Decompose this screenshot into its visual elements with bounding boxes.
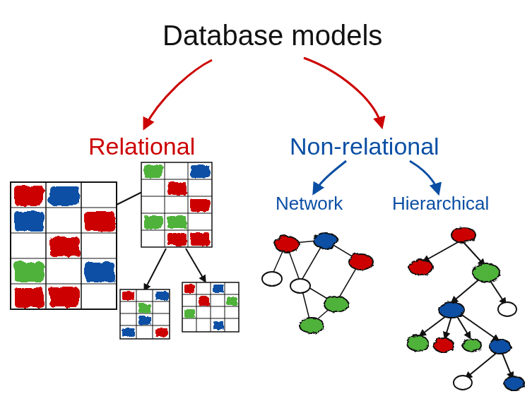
relational-tiny-table-1 bbox=[120, 289, 170, 339]
branch-hierarchical: Hierarchical bbox=[392, 193, 489, 215]
svg-point-58 bbox=[348, 253, 372, 269]
svg-point-65 bbox=[472, 263, 499, 281]
branch-network: Network bbox=[276, 193, 343, 215]
svg-rect-43 bbox=[182, 282, 239, 332]
arrow-root-to-nonrelational bbox=[304, 58, 382, 126]
svg-rect-30 bbox=[190, 232, 209, 245]
svg-rect-24 bbox=[190, 164, 209, 177]
svg-rect-26 bbox=[190, 198, 209, 211]
svg-point-56 bbox=[274, 236, 298, 251]
svg-rect-53 bbox=[226, 297, 237, 305]
arrow-small1-to-tiny1 bbox=[145, 249, 166, 289]
svg-point-66 bbox=[438, 301, 463, 317]
svg-point-73 bbox=[504, 376, 524, 390]
svg-point-60 bbox=[290, 279, 310, 293]
svg-rect-12 bbox=[13, 261, 43, 281]
svg-point-67 bbox=[498, 302, 516, 316]
svg-point-63 bbox=[451, 227, 475, 242]
branch-relational: Relational bbox=[88, 133, 195, 160]
svg-rect-50 bbox=[184, 284, 194, 292]
svg-rect-39 bbox=[138, 304, 150, 312]
svg-rect-28 bbox=[167, 215, 186, 228]
svg-point-62 bbox=[299, 317, 323, 333]
svg-rect-31 bbox=[120, 289, 170, 339]
svg-rect-7 bbox=[13, 185, 43, 205]
svg-rect-16 bbox=[141, 162, 212, 247]
relational-big-table bbox=[11, 182, 117, 309]
arrow-small1-to-tiny2 bbox=[186, 249, 205, 281]
svg-rect-14 bbox=[13, 287, 43, 306]
svg-rect-42 bbox=[155, 328, 167, 336]
svg-rect-23 bbox=[143, 164, 162, 177]
svg-rect-11 bbox=[49, 236, 78, 256]
svg-point-61 bbox=[324, 296, 348, 311]
branch-nonrelational: Non-relational bbox=[290, 133, 439, 160]
svg-rect-55 bbox=[213, 321, 223, 329]
svg-point-68 bbox=[406, 335, 427, 350]
svg-rect-8 bbox=[49, 185, 78, 205]
svg-point-59 bbox=[262, 272, 282, 286]
svg-rect-13 bbox=[84, 261, 114, 281]
svg-point-64 bbox=[408, 259, 432, 275]
svg-rect-9 bbox=[13, 210, 43, 230]
svg-rect-29 bbox=[167, 232, 186, 245]
svg-rect-10 bbox=[84, 210, 114, 230]
svg-rect-37 bbox=[122, 291, 134, 299]
svg-rect-40 bbox=[138, 316, 150, 324]
svg-rect-52 bbox=[198, 297, 208, 305]
svg-point-71 bbox=[489, 339, 510, 353]
title: Database models bbox=[162, 20, 382, 52]
svg-rect-51 bbox=[213, 284, 223, 292]
arrow-root-to-relational bbox=[145, 60, 212, 127]
svg-point-69 bbox=[433, 337, 453, 352]
svg-rect-0 bbox=[11, 182, 117, 309]
diagram-canvas: Database models Relational Non-relationa… bbox=[0, 0, 532, 401]
network-graph bbox=[262, 232, 372, 333]
svg-point-72 bbox=[454, 376, 472, 390]
svg-point-70 bbox=[462, 338, 480, 351]
hierarchical-tree bbox=[406, 227, 524, 390]
svg-rect-41 bbox=[122, 328, 134, 336]
svg-rect-25 bbox=[167, 181, 186, 194]
svg-rect-15 bbox=[49, 287, 78, 306]
relational-small-table-1 bbox=[141, 162, 212, 247]
relational-tiny-table-2 bbox=[182, 282, 239, 332]
svg-rect-27 bbox=[143, 215, 162, 228]
arrow-nonrel-to-network bbox=[314, 161, 346, 192]
arrow-nonrel-to-hierarchical bbox=[410, 161, 438, 192]
svg-point-57 bbox=[313, 232, 337, 248]
svg-rect-54 bbox=[184, 309, 194, 317]
arrow-bigtable-to-small1 bbox=[117, 184, 159, 205]
svg-rect-38 bbox=[155, 291, 167, 299]
